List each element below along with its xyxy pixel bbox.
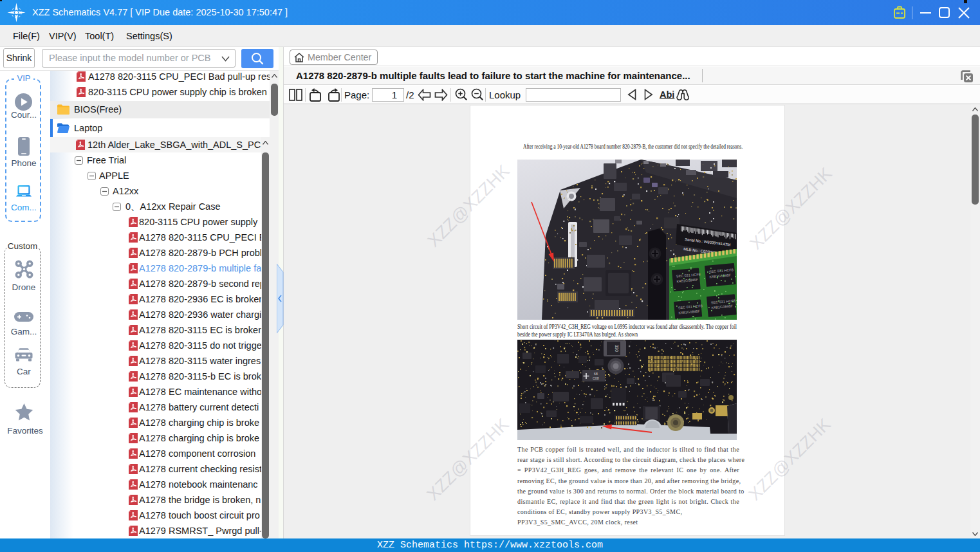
svg-text:330: 330 xyxy=(615,345,619,352)
svg-text:C08: C08 xyxy=(593,376,599,380)
svg-text:68: 68 xyxy=(594,372,598,376)
